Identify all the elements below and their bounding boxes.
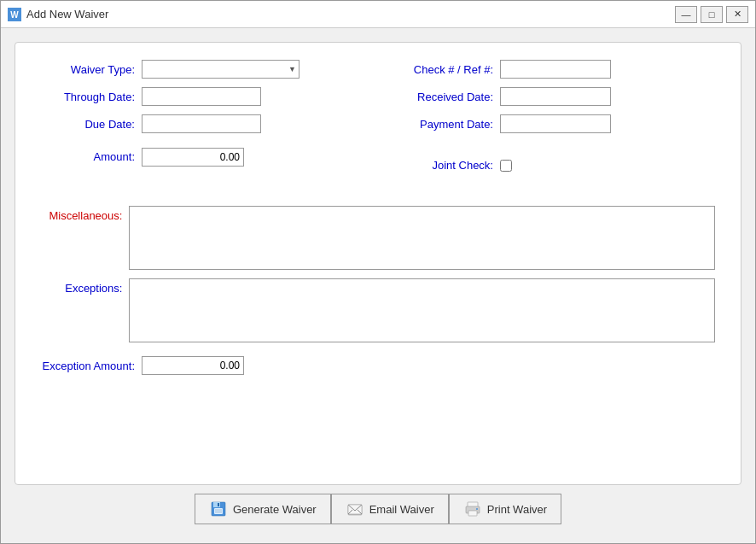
group-due-date: Due Date: <box>41 114 399 133</box>
label-amount: Amount: <box>41 150 135 163</box>
group-amount: Amount: 0.00 <box>41 148 399 167</box>
row-miscellaneous: Miscellaneous: <box>41 206 715 270</box>
svg-text:W: W <box>10 10 19 20</box>
print-icon <box>463 500 482 518</box>
generate-waiver-label: Generate Waiver <box>233 503 317 516</box>
svg-rect-13 <box>468 511 477 516</box>
minimize-button[interactable]: — <box>675 6 697 23</box>
print-waiver-label: Print Waiver <box>487 503 547 516</box>
spacer1 <box>41 180 715 206</box>
generate-waiver-button[interactable]: Generate Waiver <box>195 494 331 524</box>
maximize-button[interactable]: □ <box>701 6 723 23</box>
waiver-type-select[interactable] <box>142 60 299 79</box>
label-joint-check: Joint Check: <box>399 159 493 172</box>
group-joint-check: Joint Check: <box>399 159 715 172</box>
exceptions-textarea[interactable] <box>129 278 715 342</box>
label-payment-date: Payment Date: <box>399 118 493 131</box>
svg-rect-14 <box>476 508 478 510</box>
form-panel: Waiver Type: Check # / Ref #: Through Da… <box>15 42 741 485</box>
window-icon: W <box>8 8 21 21</box>
window-controls: — □ ✕ <box>675 6 748 23</box>
received-date-input[interactable] <box>500 87 611 106</box>
bottom-buttons: Generate Waiver Email Waiver <box>15 485 741 529</box>
due-date-input[interactable] <box>142 114 261 133</box>
group-through-date: Through Date: <box>41 87 399 106</box>
label-received-date: Received Date: <box>399 91 493 103</box>
row-waiver-type: Waiver Type: Check # / Ref #: <box>41 60 715 79</box>
window-content: Waiver Type: Check # / Ref #: Through Da… <box>1 28 755 543</box>
label-exceptions: Exceptions: <box>41 278 122 295</box>
check-ref-input[interactable] <box>500 60 611 79</box>
exception-amount-input[interactable]: 0.00 <box>142 356 244 375</box>
row-exceptions: Exceptions: <box>41 278 715 342</box>
waiver-type-wrapper <box>142 60 299 79</box>
email-waiver-button[interactable]: Email Waiver <box>331 494 449 524</box>
floppy-icon <box>209 500 228 518</box>
label-due-date: Due Date: <box>41 118 135 131</box>
group-waiver-type: Waiver Type: <box>41 60 399 79</box>
title-bar: W Add New Waiver — □ ✕ <box>1 1 755 28</box>
group-check-ref: Check # / Ref #: <box>399 60 715 79</box>
print-waiver-button[interactable]: Print Waiver <box>449 494 561 524</box>
close-button[interactable]: ✕ <box>726 6 748 23</box>
row-exception-amount: Exception Amount: 0.00 <box>41 356 715 375</box>
svg-rect-6 <box>218 503 219 506</box>
group-exception-amount: Exception Amount: 0.00 <box>41 356 244 375</box>
window-title: Add New Waiver <box>26 8 675 20</box>
email-waiver-label: Email Waiver <box>369 503 434 516</box>
label-check-ref: Check # / Ref #: <box>399 63 493 76</box>
row-amount: Amount: 0.00 Joint Check: <box>41 142 715 172</box>
row-due-date: Due Date: Payment Date: <box>41 114 715 133</box>
label-miscellaneous: Miscellaneous: <box>41 206 122 222</box>
label-through-date: Through Date: <box>41 91 135 103</box>
group-payment-date: Payment Date: <box>399 114 715 133</box>
miscellaneous-textarea[interactable] <box>129 206 715 270</box>
payment-date-input[interactable] <box>500 114 611 133</box>
svg-rect-5 <box>215 509 222 513</box>
joint-check-checkbox[interactable] <box>500 160 512 172</box>
amount-input[interactable]: 0.00 <box>142 148 244 167</box>
label-exception-amount: Exception Amount: <box>41 360 135 372</box>
row-through-date: Through Date: Received Date: <box>41 87 715 106</box>
through-date-input[interactable] <box>142 87 261 106</box>
main-window: W Add New Waiver — □ ✕ Waiver Type: <box>0 0 756 544</box>
label-waiver-type: Waiver Type: <box>41 63 135 76</box>
group-received-date: Received Date: <box>399 87 715 106</box>
email-icon <box>346 500 364 518</box>
